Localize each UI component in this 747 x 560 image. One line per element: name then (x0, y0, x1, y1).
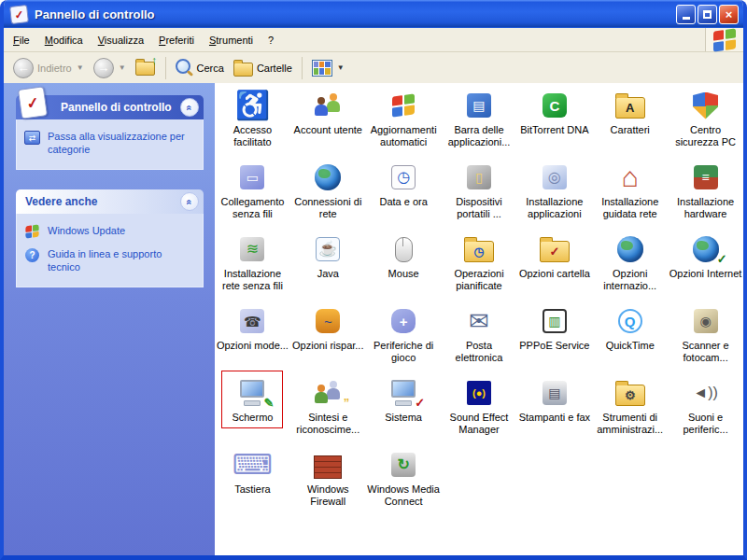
panel-title: Pannello di controllo (61, 101, 172, 114)
back-dropdown-icon[interactable]: ▼ (77, 63, 84, 72)
cp-item-mouse[interactable]: Mouse (366, 230, 442, 301)
cp-item-opzioni-internet[interactable]: ✓Opzioni Internet (668, 230, 743, 301)
folders-icon (233, 63, 253, 77)
cp-item-posta-elettronica[interactable]: ✉Posta elettronica (442, 301, 517, 373)
cp-item-schermo[interactable]: ✎Schermo (215, 373, 290, 445)
cp-item-opzioni-modem[interactable]: ☎Opzioni mode... (215, 301, 290, 373)
menu-strumenti[interactable]: Strumenti (202, 31, 261, 49)
collapse-chevron-icon[interactable]: « (180, 192, 199, 211)
quicktime-icon: Q (606, 304, 655, 338)
installazione-rete-senza-fili-icon: ≋ (228, 232, 276, 266)
cp-item-barra-delle-applicazioni[interactable]: ▤Barra delle applicazioni... (442, 86, 517, 158)
task-link-label: Windows Update (48, 224, 125, 238)
cp-item-label: Opzioni cartella (519, 268, 590, 280)
cp-item-label: Java (317, 268, 339, 280)
forward-dropdown-icon[interactable]: ▼ (119, 63, 126, 72)
cp-item-windows-media-connect[interactable]: ↻Windows Media Connect (366, 445, 442, 517)
opzioni-internet-icon: ✓ (682, 232, 730, 266)
help-icon: ? (25, 248, 39, 262)
views-icon (312, 60, 332, 77)
menu-help[interactable]: ? (261, 31, 281, 49)
cp-item-stampanti-e-fax[interactable]: ▤Stampanti e fax (516, 373, 592, 445)
minimize-button[interactable] (676, 5, 696, 24)
pppoe-service-icon: ▥ (530, 304, 579, 338)
cp-item-label: QuickTime (606, 340, 655, 352)
control-panel-window: ✓ Pannello di controllo × FileModificaVi… (0, 0, 747, 560)
collapse-chevron-icon[interactable]: « (180, 98, 199, 117)
menu-preferiti[interactable]: Preferiti (151, 31, 202, 49)
maximize-button[interactable] (698, 5, 717, 24)
cp-item-scanner-e-fotocamere[interactable]: ◉Scanner e fotocam... (668, 301, 743, 373)
menu-modifica[interactable]: Modifica (37, 31, 91, 49)
menu-visualizza[interactable]: Visualizza (91, 31, 151, 49)
cp-item-label: Dispositivi portatili ... (442, 196, 516, 220)
cp-item-label: Opzioni Internet (669, 268, 742, 280)
cp-item-aggiornamenti-automatici[interactable]: Aggiornamenti automatici (366, 86, 442, 158)
cp-item-suoni-e-periferiche[interactable]: ◄))Suoni e periferic... (668, 373, 743, 445)
close-button[interactable]: × (719, 5, 739, 24)
back-button[interactable]: ← Indietro ▼ (8, 56, 89, 80)
cp-item-opzioni-cartella[interactable]: ✓Opzioni cartella (516, 230, 592, 301)
cp-item-accesso-facilitato[interactable]: ♿Accesso facilitato (215, 86, 290, 158)
cp-item-label: Connessioni di rete (290, 196, 365, 220)
task-link-help-support[interactable]: ?Guida in linea e supporto tecnico (24, 247, 195, 273)
cp-item-installazione-rete-senza-fili[interactable]: ≋Installazione rete senza fili (215, 230, 290, 301)
menu-file[interactable]: File (6, 31, 37, 49)
views-dropdown-icon[interactable]: ▼ (337, 63, 345, 72)
cp-item-operazioni-pianificate[interactable]: ◷Operazioni pianificate (442, 230, 517, 301)
cp-item-label: Opzioni mode... (217, 340, 289, 352)
strumenti-di-amministrazione-icon: ⚙ (606, 376, 655, 410)
cp-item-installazione-applicazioni[interactable]: ◎Installazione applicazioni (516, 158, 592, 230)
task-link-windows-update[interactable]: Windows Update (24, 224, 195, 238)
cp-item-pppoe-service[interactable]: ▥PPPoE Service (516, 301, 592, 373)
cp-item-data-e-ora[interactable]: ◷Data e ora (366, 158, 442, 230)
cp-item-opzioni-risparmio-energia[interactable]: ~Opzioni rispar... (290, 301, 366, 373)
cp-item-dispositivi-portatili[interactable]: ▯Dispositivi portatili ... (442, 158, 517, 230)
cp-item-label: Operazioni pianificate (442, 268, 516, 292)
mouse-icon (379, 232, 428, 266)
window-title: Pannello di controllo (35, 7, 674, 21)
folders-label: Cartelle (257, 63, 292, 74)
cp-item-label: Stampanti e fax (519, 412, 590, 424)
cp-item-quicktime[interactable]: QQuickTime (592, 301, 668, 373)
panel-header-see-also[interactable]: Vedere anche « (16, 189, 204, 214)
views-button[interactable]: ▼ (307, 58, 349, 78)
account-utente-icon (303, 89, 352, 122)
cp-item-collegamento-senza-fili[interactable]: ▭Collegamento senza fili (215, 158, 290, 230)
barra-delle-applicazioni-icon: ▤ (455, 89, 503, 122)
cp-item-connessioni-di-rete[interactable]: Connessioni di rete (290, 158, 366, 230)
cp-item-tastiera[interactable]: ⌨Tastiera (215, 445, 290, 517)
cp-item-installazione-guidata-rete[interactable]: ⌂Installazione guidata rete (592, 158, 668, 230)
folders-button[interactable]: Cartelle (229, 57, 297, 78)
search-button[interactable]: Cerca (171, 57, 229, 78)
sound-effect-manager-icon: (●) (455, 376, 503, 410)
cp-item-installazione-hardware[interactable]: ≡Installazione hardware (668, 158, 743, 230)
opzioni-cartella-icon: ✓ (530, 232, 579, 266)
cp-item-sound-effect-manager[interactable]: (●)Sound Effect Manager (442, 373, 517, 445)
cp-item-bittorrent-dna[interactable]: CBitTorrent DNA (516, 86, 592, 158)
cp-item-java[interactable]: ☕Java (290, 230, 366, 301)
windows-logo (705, 28, 743, 51)
java-icon: ☕ (303, 232, 352, 266)
cp-item-sintesi-e-riconoscimento[interactable]: ”Sintesi e riconoscime... (290, 373, 366, 445)
switch-view-icon: ⇄ (24, 131, 40, 145)
back-label: Indietro (37, 63, 72, 74)
cp-item-windows-firewall[interactable]: Windows Firewall (290, 445, 366, 517)
accesso-facilitato-icon: ♿ (228, 89, 276, 122)
cp-item-account-utente[interactable]: Account utente (290, 86, 366, 158)
cp-item-caratteri[interactable]: ACaratteri (592, 86, 668, 158)
panel-header-control-panel[interactable]: ✓ Pannello di controllo « (16, 95, 204, 119)
cp-item-opzioni-internazionali[interactable]: Opzioni internazio... (592, 230, 668, 301)
cp-item-label: Collegamento senza fili (215, 196, 289, 220)
opzioni-modem-icon: ☎ (228, 304, 276, 338)
title-bar[interactable]: ✓ Pannello di controllo × (4, 0, 743, 28)
cp-item-centro-sicurezza-pc[interactable]: Centro sicurezza PC (668, 86, 743, 158)
windows-flag-icon (713, 28, 736, 51)
cp-item-periferiche-di-gioco[interactable]: +Periferiche di gioco (366, 301, 442, 373)
up-button[interactable]: ↑ (131, 56, 161, 80)
task-link-switch-category-view[interactable]: ⇄Passa alla visualizzazione per categori… (24, 130, 195, 156)
cp-item-sistema[interactable]: ✓Sistema (366, 373, 442, 445)
forward-button[interactable]: → ▼ (89, 56, 131, 80)
cp-item-label: Strumenti di amministrazi... (593, 412, 668, 436)
cp-item-strumenti-di-amministrazione[interactable]: ⚙Strumenti di amministrazi... (592, 373, 668, 445)
